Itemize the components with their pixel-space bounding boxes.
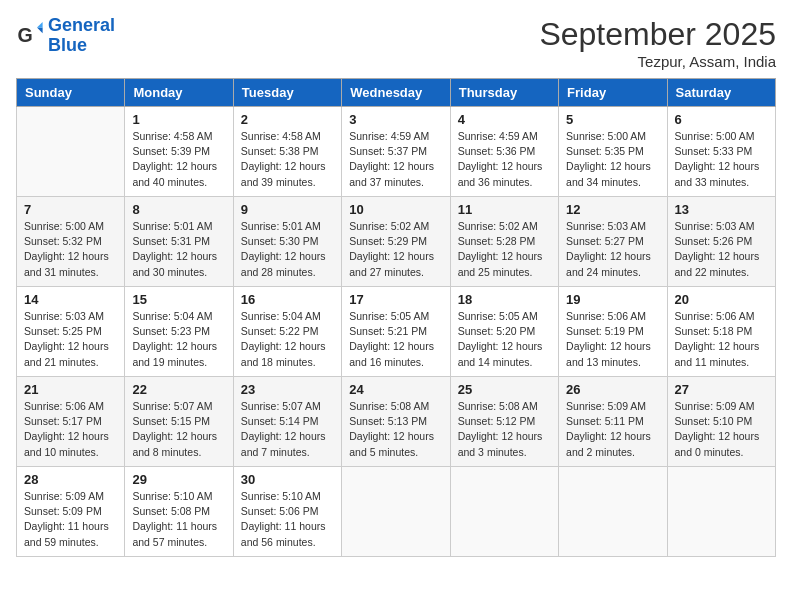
- logo-line2: Blue: [48, 36, 115, 56]
- logo-icon: G: [16, 22, 44, 50]
- calendar-cell: 28Sunrise: 5:09 AM Sunset: 5:09 PM Dayli…: [17, 467, 125, 557]
- column-header-thursday: Thursday: [450, 79, 558, 107]
- column-header-wednesday: Wednesday: [342, 79, 450, 107]
- day-info: Sunrise: 5:00 AM Sunset: 5:33 PM Dayligh…: [675, 129, 768, 190]
- day-info: Sunrise: 4:58 AM Sunset: 5:39 PM Dayligh…: [132, 129, 225, 190]
- day-number: 17: [349, 292, 442, 307]
- day-number: 3: [349, 112, 442, 127]
- logo: G General Blue: [16, 16, 115, 56]
- calendar-cell: [342, 467, 450, 557]
- calendar-cell: 5Sunrise: 5:00 AM Sunset: 5:35 PM Daylig…: [559, 107, 667, 197]
- day-info: Sunrise: 5:08 AM Sunset: 5:12 PM Dayligh…: [458, 399, 551, 460]
- page-header: G General Blue September 2025 Tezpur, As…: [16, 16, 776, 70]
- column-header-monday: Monday: [125, 79, 233, 107]
- day-number: 25: [458, 382, 551, 397]
- day-info: Sunrise: 5:06 AM Sunset: 5:18 PM Dayligh…: [675, 309, 768, 370]
- day-number: 10: [349, 202, 442, 217]
- day-number: 2: [241, 112, 334, 127]
- calendar-cell: 1Sunrise: 4:58 AM Sunset: 5:39 PM Daylig…: [125, 107, 233, 197]
- logo-line1: General: [48, 15, 115, 35]
- day-number: 26: [566, 382, 659, 397]
- day-number: 6: [675, 112, 768, 127]
- day-number: 22: [132, 382, 225, 397]
- day-info: Sunrise: 4:59 AM Sunset: 5:36 PM Dayligh…: [458, 129, 551, 190]
- day-number: 23: [241, 382, 334, 397]
- day-info: Sunrise: 5:06 AM Sunset: 5:17 PM Dayligh…: [24, 399, 117, 460]
- day-info: Sunrise: 5:00 AM Sunset: 5:32 PM Dayligh…: [24, 219, 117, 280]
- day-number: 15: [132, 292, 225, 307]
- calendar-cell: 21Sunrise: 5:06 AM Sunset: 5:17 PM Dayli…: [17, 377, 125, 467]
- day-number: 24: [349, 382, 442, 397]
- calendar-week-3: 21Sunrise: 5:06 AM Sunset: 5:17 PM Dayli…: [17, 377, 776, 467]
- calendar-cell: 27Sunrise: 5:09 AM Sunset: 5:10 PM Dayli…: [667, 377, 775, 467]
- day-info: Sunrise: 4:58 AM Sunset: 5:38 PM Dayligh…: [241, 129, 334, 190]
- day-info: Sunrise: 5:08 AM Sunset: 5:13 PM Dayligh…: [349, 399, 442, 460]
- calendar-table: SundayMondayTuesdayWednesdayThursdayFrid…: [16, 78, 776, 557]
- calendar-cell: 2Sunrise: 4:58 AM Sunset: 5:38 PM Daylig…: [233, 107, 341, 197]
- day-info: Sunrise: 4:59 AM Sunset: 5:37 PM Dayligh…: [349, 129, 442, 190]
- calendar-cell: 22Sunrise: 5:07 AM Sunset: 5:15 PM Dayli…: [125, 377, 233, 467]
- calendar-cell: 6Sunrise: 5:00 AM Sunset: 5:33 PM Daylig…: [667, 107, 775, 197]
- calendar-cell: 19Sunrise: 5:06 AM Sunset: 5:19 PM Dayli…: [559, 287, 667, 377]
- column-header-sunday: Sunday: [17, 79, 125, 107]
- day-info: Sunrise: 5:07 AM Sunset: 5:14 PM Dayligh…: [241, 399, 334, 460]
- day-number: 14: [24, 292, 117, 307]
- day-number: 8: [132, 202, 225, 217]
- day-info: Sunrise: 5:04 AM Sunset: 5:22 PM Dayligh…: [241, 309, 334, 370]
- day-info: Sunrise: 5:01 AM Sunset: 5:30 PM Dayligh…: [241, 219, 334, 280]
- calendar-cell: 25Sunrise: 5:08 AM Sunset: 5:12 PM Dayli…: [450, 377, 558, 467]
- calendar-cell: 30Sunrise: 5:10 AM Sunset: 5:06 PM Dayli…: [233, 467, 341, 557]
- day-info: Sunrise: 5:09 AM Sunset: 5:11 PM Dayligh…: [566, 399, 659, 460]
- calendar-body: 1Sunrise: 4:58 AM Sunset: 5:39 PM Daylig…: [17, 107, 776, 557]
- month-title: September 2025: [539, 16, 776, 53]
- calendar-cell: 18Sunrise: 5:05 AM Sunset: 5:20 PM Dayli…: [450, 287, 558, 377]
- day-info: Sunrise: 5:03 AM Sunset: 5:26 PM Dayligh…: [675, 219, 768, 280]
- column-header-friday: Friday: [559, 79, 667, 107]
- day-info: Sunrise: 5:03 AM Sunset: 5:25 PM Dayligh…: [24, 309, 117, 370]
- calendar-cell: 4Sunrise: 4:59 AM Sunset: 5:36 PM Daylig…: [450, 107, 558, 197]
- calendar-cell: [17, 107, 125, 197]
- day-info: Sunrise: 5:05 AM Sunset: 5:21 PM Dayligh…: [349, 309, 442, 370]
- calendar-cell: 16Sunrise: 5:04 AM Sunset: 5:22 PM Dayli…: [233, 287, 341, 377]
- calendar-cell: 14Sunrise: 5:03 AM Sunset: 5:25 PM Dayli…: [17, 287, 125, 377]
- calendar-cell: 9Sunrise: 5:01 AM Sunset: 5:30 PM Daylig…: [233, 197, 341, 287]
- calendar-week-2: 14Sunrise: 5:03 AM Sunset: 5:25 PM Dayli…: [17, 287, 776, 377]
- day-info: Sunrise: 5:07 AM Sunset: 5:15 PM Dayligh…: [132, 399, 225, 460]
- calendar-cell: 8Sunrise: 5:01 AM Sunset: 5:31 PM Daylig…: [125, 197, 233, 287]
- svg-marker-2: [37, 22, 43, 28]
- day-info: Sunrise: 5:09 AM Sunset: 5:10 PM Dayligh…: [675, 399, 768, 460]
- column-header-tuesday: Tuesday: [233, 79, 341, 107]
- location: Tezpur, Assam, India: [539, 53, 776, 70]
- day-number: 5: [566, 112, 659, 127]
- day-info: Sunrise: 5:06 AM Sunset: 5:19 PM Dayligh…: [566, 309, 659, 370]
- column-header-saturday: Saturday: [667, 79, 775, 107]
- calendar-week-0: 1Sunrise: 4:58 AM Sunset: 5:39 PM Daylig…: [17, 107, 776, 197]
- calendar-cell: 17Sunrise: 5:05 AM Sunset: 5:21 PM Dayli…: [342, 287, 450, 377]
- calendar-cell: 29Sunrise: 5:10 AM Sunset: 5:08 PM Dayli…: [125, 467, 233, 557]
- calendar-cell: 24Sunrise: 5:08 AM Sunset: 5:13 PM Dayli…: [342, 377, 450, 467]
- day-number: 13: [675, 202, 768, 217]
- day-number: 12: [566, 202, 659, 217]
- calendar-week-1: 7Sunrise: 5:00 AM Sunset: 5:32 PM Daylig…: [17, 197, 776, 287]
- day-number: 7: [24, 202, 117, 217]
- day-number: 19: [566, 292, 659, 307]
- day-info: Sunrise: 5:04 AM Sunset: 5:23 PM Dayligh…: [132, 309, 225, 370]
- day-number: 21: [24, 382, 117, 397]
- day-info: Sunrise: 5:02 AM Sunset: 5:29 PM Dayligh…: [349, 219, 442, 280]
- day-number: 29: [132, 472, 225, 487]
- day-number: 4: [458, 112, 551, 127]
- calendar-cell: 15Sunrise: 5:04 AM Sunset: 5:23 PM Dayli…: [125, 287, 233, 377]
- day-info: Sunrise: 5:10 AM Sunset: 5:06 PM Dayligh…: [241, 489, 334, 550]
- calendar-cell: [450, 467, 558, 557]
- calendar-cell: 26Sunrise: 5:09 AM Sunset: 5:11 PM Dayli…: [559, 377, 667, 467]
- day-number: 16: [241, 292, 334, 307]
- day-info: Sunrise: 5:10 AM Sunset: 5:08 PM Dayligh…: [132, 489, 225, 550]
- day-info: Sunrise: 5:05 AM Sunset: 5:20 PM Dayligh…: [458, 309, 551, 370]
- day-number: 20: [675, 292, 768, 307]
- calendar-cell: 12Sunrise: 5:03 AM Sunset: 5:27 PM Dayli…: [559, 197, 667, 287]
- day-number: 9: [241, 202, 334, 217]
- calendar-cell: 13Sunrise: 5:03 AM Sunset: 5:26 PM Dayli…: [667, 197, 775, 287]
- day-info: Sunrise: 5:01 AM Sunset: 5:31 PM Dayligh…: [132, 219, 225, 280]
- day-number: 27: [675, 382, 768, 397]
- calendar-cell: 10Sunrise: 5:02 AM Sunset: 5:29 PM Dayli…: [342, 197, 450, 287]
